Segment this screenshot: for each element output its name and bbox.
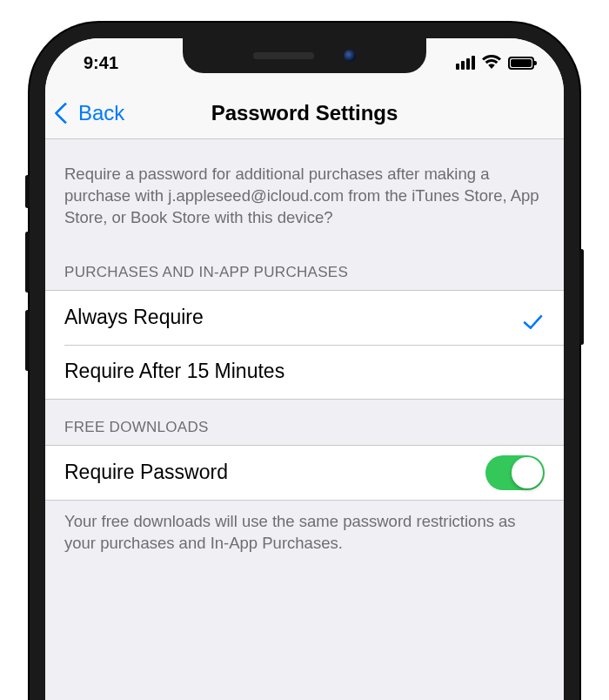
device-notch [183, 38, 426, 73]
free-downloads-section-header: FREE DOWNLOADS [45, 400, 564, 445]
device-camera [344, 50, 356, 62]
wifi-icon [482, 53, 501, 73]
free-downloads-footer: Your free downloads will use the same pa… [45, 501, 564, 579]
chevron-left-icon [54, 102, 76, 124]
option-label: Always Require [64, 306, 204, 329]
checkmark-icon [520, 306, 545, 330]
purchases-section-header: PURCHASES AND IN-APP PURCHASES [45, 245, 564, 290]
screen: 9:41 Back Password Settings Require a pa… [45, 38, 564, 700]
require-password-row: Require Password [45, 446, 564, 500]
device-power-button [579, 249, 584, 345]
back-label: Back [78, 101, 124, 125]
cellular-icon [456, 56, 475, 70]
free-downloads-group: Require Password [45, 445, 564, 501]
option-always-require[interactable]: Always Require [45, 291, 564, 345]
device-frame: 9:41 Back Password Settings Require a pa… [30, 23, 579, 700]
device-speaker [253, 52, 314, 59]
back-button[interactable]: Back [57, 101, 124, 125]
option-label: Require After 15 Minutes [64, 360, 284, 383]
intro-text: Require a password for additional purcha… [45, 139, 564, 245]
page-title: Password Settings [211, 101, 398, 125]
device-volume-down [25, 310, 30, 371]
battery-icon [508, 57, 534, 70]
content: Require a password for additional purcha… [45, 139, 564, 579]
require-password-toggle[interactable] [485, 455, 545, 490]
require-password-label: Require Password [64, 461, 228, 484]
device-mute-switch [25, 175, 30, 208]
status-indicators [430, 53, 534, 73]
nav-bar: Back Password Settings [45, 87, 564, 139]
status-time: 9:41 [84, 53, 162, 73]
device-volume-up [25, 232, 30, 293]
option-require-after-15[interactable]: Require After 15 Minutes [45, 345, 564, 399]
purchases-options-group: Always Require Require After 15 Minutes [45, 290, 564, 400]
